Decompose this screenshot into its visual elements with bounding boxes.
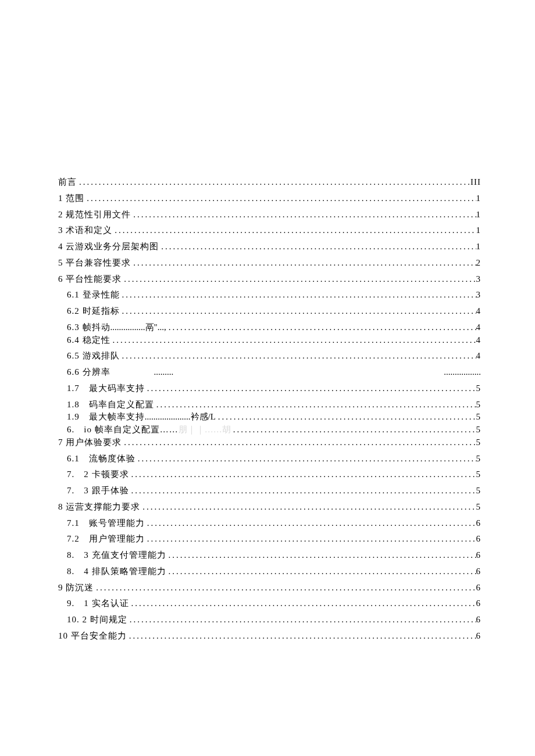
toc-label: 6.6 分辨率: [67, 364, 110, 381]
toc-leader: ........................................…: [129, 596, 476, 612]
toc-page: 3: [476, 287, 482, 303]
toc-leader: ........................................…: [84, 191, 476, 207]
toc-entry: 7. 2 卡顿要求...............................…: [58, 467, 481, 483]
toc-leader: ........................................…: [145, 531, 476, 547]
toc-label: 8 运营支撑能力要求: [58, 499, 140, 515]
toc-page: 4: [476, 348, 482, 364]
toc-label: 7. 2 卡顿要求: [67, 467, 129, 483]
toc-leader: ........................................…: [120, 303, 476, 320]
toc-label: 7.1 账号管理能力: [67, 515, 145, 532]
toc-label: 1 范围: [58, 191, 84, 207]
toc-page: 1: [476, 207, 482, 223]
toc-leader: ........................................…: [129, 467, 476, 483]
toc-label: 4 云游戏业务分层架构图: [58, 239, 159, 255]
toc-leader: ........................................…: [135, 451, 476, 467]
toc-entry: 1.7 最大码率支持..............................…: [58, 381, 481, 397]
toc-leader: ........................................…: [122, 271, 476, 288]
toc-page: 5: [476, 483, 482, 499]
toc-entry: 6.2 时延指标................................…: [58, 303, 481, 320]
toc-page: 1: [476, 239, 482, 255]
toc-label: 10 平台安全能力: [58, 628, 127, 644]
toc-page: 1: [476, 223, 482, 239]
toc-leader: ........................................…: [131, 255, 476, 271]
toc-page: 2: [476, 255, 482, 271]
table-of-contents: 前言......................................…: [58, 174, 481, 644]
toc-page: 4: [476, 332, 482, 349]
toc-page: III: [470, 174, 481, 191]
toc-label: 9 防沉迷: [58, 580, 94, 596]
toc-page: 5: [476, 467, 482, 483]
toc-label: 6.1 流畅度体验: [67, 451, 135, 467]
toc-leader: ........................................…: [127, 628, 476, 644]
toc-entry: 8. 3 充值支付管理能力...........................…: [58, 547, 481, 564]
toc-leader: ........................................…: [77, 174, 470, 191]
toc-entry: 7.1 账号管理能力..............................…: [58, 515, 481, 532]
toc-leader: ........................................…: [94, 580, 476, 596]
toc-entry: 1 范围....................................…: [58, 191, 481, 207]
toc-leader: ........................................…: [159, 239, 476, 255]
toc-page: 1: [476, 191, 482, 207]
toc-leader: ........................................…: [120, 348, 476, 364]
toc-page: 6: [476, 580, 482, 596]
toc-page: 6: [476, 628, 482, 644]
toc-leader: ........................................…: [131, 207, 476, 223]
toc-label: 8. 3 充值支付管理能力: [67, 547, 166, 564]
toc-leader: .........: [154, 364, 174, 381]
toc-entry: 6.5 游戏排队................................…: [58, 348, 481, 364]
toc-entry: 7 用户体验要求................................…: [58, 435, 481, 451]
toc-entry: 5 平台兼容性要求...............................…: [58, 255, 481, 271]
toc-page: 5: [476, 381, 482, 397]
toc-label: 2 规范性引用文件: [58, 207, 131, 223]
toc-label: 6.2 时延指标: [67, 303, 120, 320]
toc-leader: ........................................…: [166, 547, 476, 564]
toc-page: 4: [476, 303, 482, 320]
toc-label: 6.5 游戏排队: [67, 348, 120, 364]
toc-leader: ........................................…: [166, 564, 476, 580]
toc-label: 前言: [58, 174, 77, 191]
toc-entry: 6.4 稳定性.................................…: [58, 332, 481, 349]
toc-page: 5: [476, 499, 482, 515]
toc-page: 6: [476, 531, 482, 547]
toc-entry: 6.6 分辨率 ..........................: [58, 364, 481, 381]
toc-leader: ........................................…: [110, 332, 476, 349]
toc-label: 6.4 稳定性: [67, 332, 110, 349]
toc-page: 6: [476, 596, 482, 612]
toc-page: 6: [476, 564, 482, 580]
toc-leader: ........................................…: [112, 223, 476, 239]
toc-entry: 9 防沉迷...................................…: [58, 580, 481, 596]
toc-page: 6: [476, 547, 482, 564]
toc-label: 1.7 最大码率支持: [67, 381, 145, 397]
toc-label: 5 平台兼容性要求: [58, 255, 131, 271]
toc-label: 8. 4 排队策略管理能力: [67, 564, 166, 580]
toc-leader: ........................................…: [140, 499, 476, 515]
toc-page: 5: [476, 435, 482, 451]
toc-page: 3: [476, 271, 482, 288]
toc-label: 10. 2 时间规定: [67, 612, 127, 628]
toc-leader: ........................................…: [122, 435, 476, 451]
toc-entry: 7.2 用户管理能力..............................…: [58, 531, 481, 547]
toc-entry: 8 运营支撑能力要求..............................…: [58, 499, 481, 515]
toc-entry: 8. 4 排队策略管理能力...........................…: [58, 564, 481, 580]
toc-label: 6 平台性能要求: [58, 271, 122, 288]
toc-label: 3 术语和定义: [58, 223, 112, 239]
toc-label: 9. 1 实名认证: [67, 596, 129, 612]
toc-label: 6.1 登录性能: [67, 287, 120, 303]
toc-entry: 7. 3 跟手体验...............................…: [58, 483, 481, 499]
toc-entry: 6.1 登录性能................................…: [58, 287, 481, 303]
toc-entry: 4 云游戏业务分层架构图............................…: [58, 239, 481, 255]
toc-leader: ........................................…: [129, 483, 476, 499]
toc-label: 7 用户体验要求: [58, 435, 122, 451]
toc-entry: 6.1 流畅度体验...............................…: [58, 451, 481, 467]
toc-entry: 10. 2 时间规定..............................…: [58, 612, 481, 628]
toc-label: 7. 3 跟手体验: [67, 483, 129, 499]
toc-entry: 6 平台性能要求................................…: [58, 271, 481, 288]
toc-page: 5: [476, 451, 482, 467]
toc-page: 6: [476, 515, 482, 532]
toc-entry: 9. 1 实名认证...............................…: [58, 596, 481, 612]
toc-leader: ........................................…: [120, 287, 476, 303]
toc-entry: 2 规范性引用文件...............................…: [58, 207, 481, 223]
toc-entry: 10 平台安全能力...............................…: [58, 628, 481, 644]
toc-page: 6: [476, 612, 482, 628]
toc-leader: .................: [444, 364, 481, 381]
toc-leader: ........................................…: [145, 381, 476, 397]
